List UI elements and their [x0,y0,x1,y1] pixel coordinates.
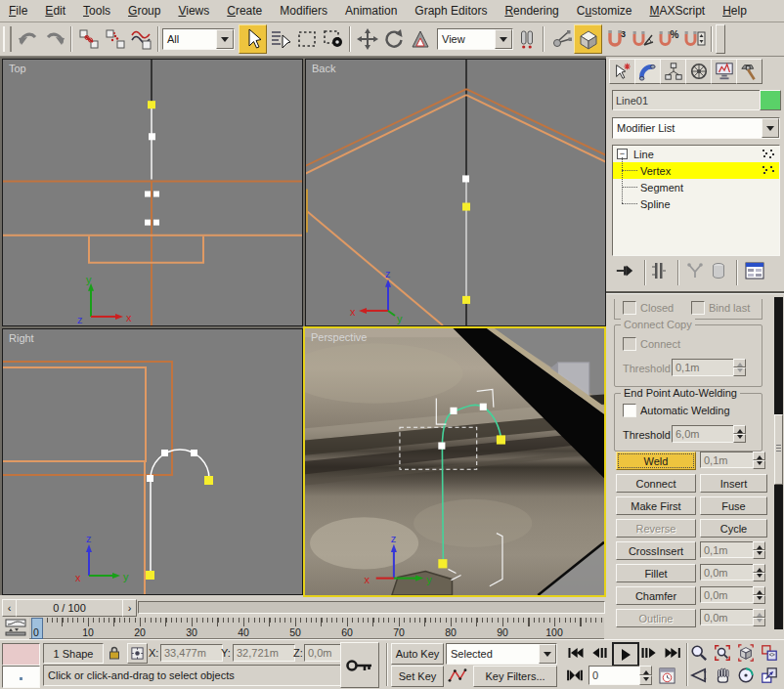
weld-value-field[interactable]: 0,1m [700,452,759,468]
track-bar-ruler[interactable]: 0 10 20 30 40 50 60 70 80 90 100 [29,618,604,639]
crossinsert-value-spinner[interactable] [753,541,765,558]
default-tangent-button[interactable] [446,666,469,685]
automatic-welding-checkbox[interactable] [623,404,636,417]
select-and-rotate-button[interactable] [380,25,407,53]
menu-rendering[interactable]: Rendering [496,4,567,18]
zoom-extents-all-button[interactable] [759,643,780,663]
viewport-right-label[interactable]: Right [9,332,34,344]
viewport-perspective-label[interactable]: Perspective [311,331,367,343]
fuse-button[interactable]: Fuse [700,496,767,515]
select-and-link-button[interactable] [75,25,102,53]
viewport-top[interactable]: Top y x z [2,59,303,326]
rectangular-selection-button[interactable] [293,25,320,53]
pan-button[interactable] [712,666,733,685]
fillet-value-field[interactable]: 0,0m [700,564,759,581]
make-unique-button[interactable] [684,260,706,281]
zoom-all-button[interactable] [712,643,733,663]
time-slider-track[interactable] [138,601,605,614]
mini-curve-editor-button[interactable] [3,618,28,637]
zoom-extents-button[interactable] [735,643,757,663]
toolbar-partial-button[interactable] [716,24,725,54]
viewport-right[interactable]: Right z x y [2,328,303,595]
tab-modify[interactable] [634,59,661,84]
maxscript-mini-listener-white[interactable] [2,666,40,688]
menu-edit[interactable]: Edit [36,4,74,18]
viewport-back-label[interactable]: Back [312,63,335,74]
angle-snap-button[interactable] [629,25,655,53]
menu-tools[interactable]: Tools [74,4,119,18]
connect-threshold-field[interactable]: 0,1m [672,359,738,376]
chamfer-value-spinner[interactable] [753,586,765,603]
menu-group[interactable]: Group [119,4,169,18]
chamfer-value-field[interactable]: 0,0m [700,586,759,603]
undo-button[interactable] [15,25,41,53]
key-filter-scope-dropdown[interactable]: Selected [446,643,557,665]
select-object-button[interactable] [239,24,267,54]
outline-value-field[interactable]: 0,0m [700,609,759,625]
make-first-button[interactable]: Make First [616,496,696,515]
lock-selection-button[interactable] [106,644,123,662]
menu-graph-editors[interactable]: Graph Editors [406,4,496,18]
viewport-back[interactable]: Back z x y [305,59,606,326]
bind-last-checkbox[interactable] [691,301,705,315]
current-frame-spinner[interactable] [639,666,652,685]
select-and-scale-button[interactable] [407,25,433,53]
panel-scrollbar[interactable] [774,297,783,629]
menu-file[interactable]: File [0,4,36,18]
menu-help[interactable]: Help [714,4,756,18]
arc-rotate-button[interactable] [735,666,757,685]
configure-modifier-sets-button[interactable] [743,260,766,281]
play-button[interactable] [612,642,639,667]
dropdown-arrow-icon[interactable] [762,118,779,138]
time-slider-handle[interactable]: 0 / 100 [16,599,123,617]
closed-checkbox[interactable] [623,301,636,315]
chamfer-button[interactable]: Chamfer [616,586,696,605]
panel-scrollbar-thumb[interactable] [774,414,783,485]
object-color-swatch[interactable] [760,90,781,110]
dropdown-arrow-icon[interactable] [216,29,234,49]
select-and-move-button[interactable] [354,25,380,53]
menu-customize[interactable]: Customize [568,4,641,18]
field-of-view-button[interactable] [688,666,710,685]
pin-stack-button[interactable] [614,260,635,281]
zoom-button[interactable] [688,643,710,663]
time-slider-next-button[interactable]: › [122,599,137,617]
cycle-button[interactable]: Cycle [700,519,767,538]
next-frame-button[interactable] [638,643,660,663]
time-configuration-button[interactable] [656,666,677,685]
show-end-result-button[interactable] [648,260,670,281]
remove-modifier-button[interactable] [708,260,729,281]
modifier-list-dropdown[interactable]: Modifier List [612,117,780,139]
toolbar-grip[interactable] [3,26,12,52]
spinner-snap-button[interactable] [681,25,708,53]
object-name-field[interactable]: Line01 [612,90,762,110]
previous-frame-button[interactable] [588,643,610,663]
tab-motion[interactable] [685,59,712,84]
menu-modifiers[interactable]: Modifiers [271,4,336,18]
tab-create[interactable] [609,59,635,84]
maxscript-mini-listener-pink[interactable] [2,643,40,666]
selection-filter-dropdown[interactable]: All [162,28,235,50]
stack-item-vertex[interactable]: Vertex [613,162,779,179]
key-filters-button[interactable]: Key Filters... [473,666,557,687]
connect-button[interactable]: Connect [616,474,696,493]
crossinsert-button[interactable]: CrossInsert [616,541,696,560]
crossinsert-value-field[interactable]: 0,1m [700,541,759,558]
set-key-button[interactable]: Set Key [391,666,444,687]
tab-hierarchy[interactable] [660,59,686,84]
outline-button[interactable]: Outline [616,609,696,627]
absolute-mode-button[interactable] [127,643,148,664]
auto-key-button[interactable]: Auto Key [391,643,444,665]
reverse-button[interactable]: Reverse [616,519,696,538]
weld-button[interactable]: Weld [616,452,696,470]
menu-create[interactable]: Create [218,4,271,18]
x-coordinate-field[interactable]: 33,477m [160,644,223,662]
connect-checkbox[interactable] [623,337,636,351]
min-max-toggle-button[interactable] [759,666,780,685]
reference-coordsys-dropdown[interactable]: View [437,28,513,50]
fillet-value-spinner[interactable] [753,564,765,581]
snap-toggle-button[interactable] [574,24,602,54]
set-keys-button[interactable] [340,642,379,688]
stack-item-line[interactable]: − Line [613,146,779,162]
y-coordinate-field[interactable]: 32,721m [233,644,295,662]
